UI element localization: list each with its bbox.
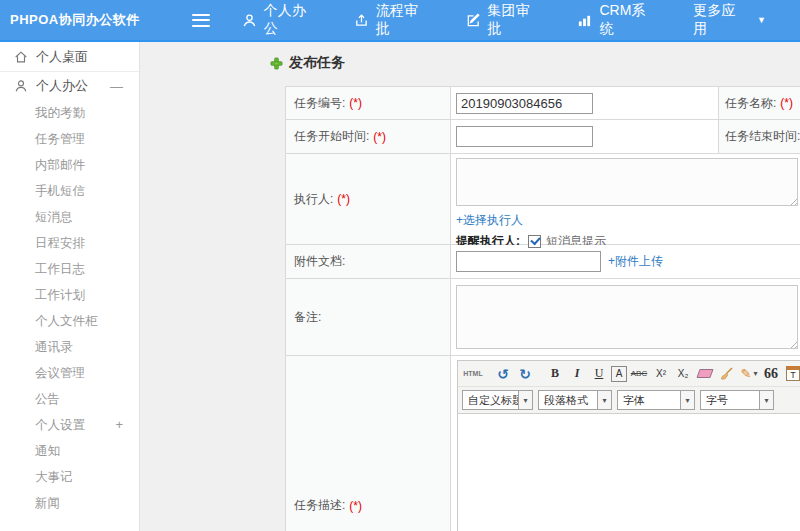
- row-description: 任务描述:(*) HTML ↺ ↻ B I U A ABC X: [286, 356, 800, 531]
- attachment-input[interactable]: [456, 251, 601, 272]
- sidebar-item-work-plan[interactable]: 工作计划: [0, 282, 139, 308]
- nav-personal-office[interactable]: 个人办公: [242, 2, 320, 38]
- page-title: 发布任务: [270, 54, 345, 72]
- approval-flow-icon: [354, 13, 369, 28]
- start-time-label: 任务开始时间:(*): [286, 120, 451, 154]
- caret-down-icon: ▼: [757, 15, 766, 25]
- person-icon: [14, 79, 28, 93]
- clipboard-icon: T: [786, 366, 800, 381]
- top-header: PHPOA协同办公软件 个人办公 流程审批 集团审批 CRM系统: [0, 0, 800, 42]
- sidebar-item-schedule[interactable]: 日程安排: [0, 230, 139, 256]
- caret-down-icon: ▾: [753, 369, 757, 378]
- font-style-button[interactable]: A: [611, 366, 627, 382]
- executor-label: 执行人:(*): [286, 154, 451, 245]
- row-executor: 执行人:(*) +选择执行人 提醒执行人: 短消息提示: [286, 154, 800, 245]
- remark-label: 备注:: [286, 279, 451, 356]
- bar-chart-icon: [577, 13, 592, 28]
- editor-content-area[interactable]: [458, 414, 800, 531]
- font-size-select[interactable]: 字号 ▾: [700, 390, 774, 410]
- select-executor-link[interactable]: +选择执行人: [456, 212, 523, 229]
- strikethrough-button[interactable]: ABC: [629, 364, 649, 384]
- start-time-input[interactable]: [456, 126, 593, 147]
- row-attachment: 附件文档: +附件上传: [286, 245, 800, 279]
- sidebar-item-internal-mail[interactable]: 内部邮件: [0, 152, 139, 178]
- task-number-label: 任务编号:(*): [286, 87, 451, 120]
- collapse-icon[interactable]: —: [110, 79, 123, 94]
- sidebar: 个人桌面 个人办公 — 我的考勤 任务管理 内部邮件 手机短信 短消息 日程安排…: [0, 42, 140, 531]
- executor-textarea[interactable]: [456, 158, 798, 206]
- caret-down-icon: ▾: [759, 391, 773, 409]
- app-logo: PHPOA协同办公软件: [0, 11, 140, 29]
- editor-toolbar-row2: 自定义标题 ▾ 段落格式 ▾ 字体 ▾ 字号 ▾: [458, 387, 800, 414]
- caret-down-icon: ▾: [680, 391, 694, 409]
- superscript-button[interactable]: X²: [651, 364, 671, 384]
- bold-button[interactable]: B: [545, 364, 565, 384]
- remark-textarea[interactable]: [456, 285, 798, 349]
- edit-square-icon: [466, 13, 481, 28]
- top-nav: 个人办公 流程审批 集团审批 CRM系统 更多应用 ▼: [242, 2, 800, 38]
- sms-remind-checkbox[interactable]: [528, 235, 541, 248]
- description-label: 任务描述:(*): [286, 356, 451, 531]
- sidebar-item-work-log[interactable]: 工作日志: [0, 256, 139, 282]
- sidebar-item-file-cabinet[interactable]: 个人文件柜: [0, 308, 139, 334]
- sidebar-item-meeting[interactable]: 会议管理: [0, 360, 139, 386]
- nav-group-approval[interactable]: 集团审批: [466, 2, 544, 38]
- main-content: 发布任务 任务编号:(*) 任务名称:(*) 任务开始时间:(*) 任务结束时: [140, 42, 800, 531]
- person-icon: [242, 13, 257, 28]
- redo-icon[interactable]: ↻: [515, 364, 535, 384]
- caret-down-icon: ▾: [597, 391, 611, 409]
- paste-plain-text-button[interactable]: T: [783, 364, 800, 384]
- sidebar-item-attendance[interactable]: 我的考勤: [0, 100, 139, 126]
- editor-toolbar-row1: HTML ↺ ↻ B I U A ABC X² X₂: [458, 361, 800, 387]
- custom-heading-select[interactable]: 自定义标题 ▾: [462, 390, 533, 410]
- row-task-number: 任务编号:(*) 任务名称:(*): [286, 87, 800, 120]
- task-number-input[interactable]: [456, 93, 593, 114]
- brush-icon: [720, 367, 734, 381]
- sidebar-item-personal-settings[interactable]: 个人设置 +: [0, 412, 139, 438]
- row-remark: 备注:: [286, 279, 800, 356]
- magic-pen-icon: ✎: [741, 366, 752, 381]
- highlight-pen-button[interactable]: ✎ ▾: [739, 364, 759, 384]
- blockquote-button[interactable]: 66: [761, 364, 781, 384]
- underline-button[interactable]: U: [589, 364, 609, 384]
- sidebar-item-news[interactable]: 新闻: [0, 490, 139, 516]
- sidebar-item-milestones[interactable]: 大事记: [0, 464, 139, 490]
- source-code-button[interactable]: HTML: [463, 364, 483, 384]
- add-plus-icon: [270, 57, 283, 70]
- sidebar-item-notice[interactable]: 通知: [0, 438, 139, 464]
- home-icon: [14, 50, 28, 64]
- caret-down-icon: ▾: [518, 391, 532, 409]
- sidebar-item-short-message[interactable]: 短消息: [0, 204, 139, 230]
- sidebar-item-contacts[interactable]: 通讯录: [0, 334, 139, 360]
- expand-icon[interactable]: +: [115, 412, 123, 438]
- sidebar-item-sms[interactable]: 手机短信: [0, 178, 139, 204]
- subscript-button[interactable]: X₂: [673, 364, 693, 384]
- sidebar-section-personal-office[interactable]: 个人办公 —: [0, 72, 139, 100]
- nav-workflow-approval[interactable]: 流程审批: [354, 2, 432, 38]
- sidebar-item-desktop[interactable]: 个人桌面: [0, 42, 139, 72]
- paragraph-format-select[interactable]: 段落格式 ▾: [538, 390, 612, 410]
- eraser-icon: [696, 369, 713, 378]
- rich-text-editor: HTML ↺ ↻ B I U A ABC X² X₂: [457, 360, 800, 531]
- row-task-time: 任务开始时间:(*) 任务结束时间:(*): [286, 120, 800, 154]
- undo-icon[interactable]: ↺: [493, 364, 513, 384]
- attachment-label: 附件文档:: [286, 245, 451, 279]
- remove-format-button[interactable]: [695, 364, 715, 384]
- sidebar-item-announcement[interactable]: 公告: [0, 386, 139, 412]
- task-form: 任务编号:(*) 任务名称:(*) 任务开始时间:(*) 任务结束时间:(*): [285, 86, 800, 531]
- nav-more-apps[interactable]: 更多应用 ▼: [693, 2, 766, 38]
- font-family-select[interactable]: 字体 ▾: [617, 390, 695, 410]
- task-name-label: 任务名称:(*): [719, 87, 800, 120]
- format-paint-button[interactable]: [717, 364, 737, 384]
- sidebar-item-task-management[interactable]: 任务管理: [0, 126, 139, 152]
- italic-button[interactable]: I: [567, 364, 587, 384]
- nav-crm-system[interactable]: CRM系统: [577, 2, 659, 38]
- end-time-label: 任务结束时间:(*): [719, 120, 800, 154]
- upload-attachment-link[interactable]: +附件上传: [608, 253, 663, 270]
- menu-toggle-icon[interactable]: [192, 14, 210, 27]
